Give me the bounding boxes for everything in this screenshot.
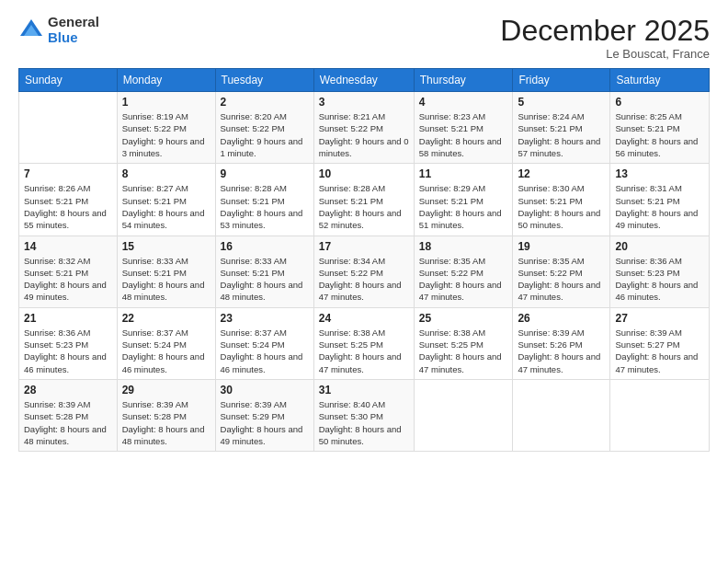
day-info: Sunrise: 8:26 AMSunset: 5:21 PMDaylight:… [24, 182, 112, 231]
calendar-cell: 24 Sunrise: 8:38 AMSunset: 5:25 PMDaylig… [313, 307, 414, 379]
day-info: Sunrise: 8:29 AMSunset: 5:21 PMDaylight:… [419, 182, 508, 231]
day-number: 10 [319, 167, 409, 180]
logo-general: General [48, 15, 99, 30]
calendar-cell: 1 Sunrise: 8:19 AMSunset: 5:22 PMDayligh… [117, 92, 215, 164]
col-monday: Monday [117, 69, 215, 92]
day-number: 12 [518, 167, 605, 180]
page: General Blue December 2025 Le Bouscat, F… [0, 0, 728, 563]
calendar-cell [513, 379, 610, 451]
day-info: Sunrise: 8:20 AMSunset: 5:22 PMDaylight:… [221, 110, 309, 159]
week-row-2: 7 Sunrise: 8:26 AMSunset: 5:21 PMDayligh… [19, 164, 710, 236]
logo-blue: Blue [48, 30, 99, 46]
day-info: Sunrise: 8:27 AMSunset: 5:21 PMDaylight:… [122, 182, 210, 231]
day-number: 5 [518, 96, 605, 109]
calendar-cell: 16 Sunrise: 8:33 AMSunset: 5:21 PMDaylig… [215, 236, 313, 307]
day-number: 6 [615, 96, 704, 109]
calendar-cell [414, 379, 513, 451]
calendar-cell: 15 Sunrise: 8:33 AMSunset: 5:21 PMDaylig… [117, 236, 215, 307]
header-row: Sunday Monday Tuesday Wednesday Thursday… [19, 69, 710, 92]
day-info: Sunrise: 8:35 AMSunset: 5:22 PMDaylight:… [518, 255, 605, 304]
calendar-cell [610, 379, 710, 451]
week-row-3: 14 Sunrise: 8:32 AMSunset: 5:21 PMDaylig… [19, 236, 710, 307]
calendar-cell: 11 Sunrise: 8:29 AMSunset: 5:21 PMDaylig… [414, 164, 513, 236]
calendar-cell: 5 Sunrise: 8:24 AMSunset: 5:21 PMDayligh… [513, 92, 610, 164]
day-number: 23 [221, 312, 309, 325]
calendar-cell: 14 Sunrise: 8:32 AMSunset: 5:21 PMDaylig… [19, 236, 118, 307]
calendar-cell: 9 Sunrise: 8:28 AMSunset: 5:21 PMDayligh… [215, 164, 313, 236]
calendar-cell [19, 92, 118, 164]
calendar-cell: 2 Sunrise: 8:20 AMSunset: 5:22 PMDayligh… [215, 92, 313, 164]
day-number: 25 [419, 312, 508, 325]
calendar-cell: 31 Sunrise: 8:40 AMSunset: 5:30 PMDaylig… [313, 379, 414, 451]
col-friday: Friday [513, 69, 610, 92]
day-info: Sunrise: 8:33 AMSunset: 5:21 PMDaylight:… [122, 255, 210, 304]
calendar-cell: 26 Sunrise: 8:39 AMSunset: 5:26 PMDaylig… [513, 307, 610, 379]
calendar-cell: 20 Sunrise: 8:36 AMSunset: 5:23 PMDaylig… [610, 236, 710, 307]
day-number: 17 [319, 240, 409, 253]
day-number: 15 [122, 240, 210, 253]
day-number: 22 [122, 312, 210, 325]
day-info: Sunrise: 8:36 AMSunset: 5:23 PMDaylight:… [24, 327, 112, 375]
day-info: Sunrise: 8:39 AMSunset: 5:29 PMDaylight:… [221, 398, 309, 447]
calendar-cell: 7 Sunrise: 8:26 AMSunset: 5:21 PMDayligh… [19, 164, 118, 236]
col-wednesday: Wednesday [313, 69, 414, 92]
calendar-cell: 10 Sunrise: 8:28 AMSunset: 5:21 PMDaylig… [313, 164, 414, 236]
calendar-cell: 29 Sunrise: 8:39 AMSunset: 5:28 PMDaylig… [117, 379, 215, 451]
calendar-cell: 22 Sunrise: 8:37 AMSunset: 5:24 PMDaylig… [117, 307, 215, 379]
day-number: 28 [24, 384, 112, 396]
col-thursday: Thursday [414, 69, 513, 92]
day-info: Sunrise: 8:24 AMSunset: 5:21 PMDaylight:… [518, 110, 605, 159]
calendar-cell: 13 Sunrise: 8:31 AMSunset: 5:21 PMDaylig… [610, 164, 710, 236]
day-number: 11 [419, 167, 508, 180]
day-info: Sunrise: 8:38 AMSunset: 5:25 PMDaylight:… [319, 327, 409, 375]
col-tuesday: Tuesday [215, 69, 313, 92]
day-info: Sunrise: 8:39 AMSunset: 5:28 PMDaylight:… [24, 398, 112, 447]
calendar-cell: 4 Sunrise: 8:23 AMSunset: 5:21 PMDayligh… [414, 92, 513, 164]
day-info: Sunrise: 8:35 AMSunset: 5:22 PMDaylight:… [419, 255, 508, 304]
day-number: 24 [319, 312, 409, 325]
calendar-cell: 27 Sunrise: 8:39 AMSunset: 5:27 PMDaylig… [610, 307, 710, 379]
week-row-5: 28 Sunrise: 8:39 AMSunset: 5:28 PMDaylig… [19, 379, 710, 451]
day-info: Sunrise: 8:38 AMSunset: 5:25 PMDaylight:… [419, 327, 508, 375]
logo-icon [18, 17, 44, 43]
calendar-cell: 23 Sunrise: 8:37 AMSunset: 5:24 PMDaylig… [215, 307, 313, 379]
day-info: Sunrise: 8:30 AMSunset: 5:21 PMDaylight:… [518, 182, 605, 231]
day-info: Sunrise: 8:40 AMSunset: 5:30 PMDaylight:… [319, 398, 409, 447]
day-info: Sunrise: 8:28 AMSunset: 5:21 PMDaylight:… [221, 182, 309, 231]
day-info: Sunrise: 8:21 AMSunset: 5:22 PMDaylight:… [319, 110, 409, 159]
title-block: December 2025 Le Bouscat, France [500, 15, 710, 61]
day-info: Sunrise: 8:33 AMSunset: 5:21 PMDaylight:… [221, 255, 309, 304]
day-number: 21 [24, 312, 112, 325]
calendar-cell: 12 Sunrise: 8:30 AMSunset: 5:21 PMDaylig… [513, 164, 610, 236]
day-info: Sunrise: 8:19 AMSunset: 5:22 PMDaylight:… [122, 110, 210, 159]
day-number: 9 [221, 167, 309, 180]
calendar-cell: 19 Sunrise: 8:35 AMSunset: 5:22 PMDaylig… [513, 236, 610, 307]
calendar-cell: 3 Sunrise: 8:21 AMSunset: 5:22 PMDayligh… [313, 92, 414, 164]
calendar-cell: 25 Sunrise: 8:38 AMSunset: 5:25 PMDaylig… [414, 307, 513, 379]
calendar-cell: 8 Sunrise: 8:27 AMSunset: 5:21 PMDayligh… [117, 164, 215, 236]
calendar-cell: 6 Sunrise: 8:25 AMSunset: 5:21 PMDayligh… [610, 92, 710, 164]
day-number: 7 [24, 167, 112, 180]
day-info: Sunrise: 8:39 AMSunset: 5:27 PMDaylight:… [615, 327, 704, 375]
day-info: Sunrise: 8:23 AMSunset: 5:21 PMDaylight:… [419, 110, 508, 159]
col-saturday: Saturday [610, 69, 710, 92]
day-number: 26 [518, 312, 605, 325]
calendar-cell: 17 Sunrise: 8:34 AMSunset: 5:22 PMDaylig… [313, 236, 414, 307]
day-info: Sunrise: 8:36 AMSunset: 5:23 PMDaylight:… [615, 255, 704, 304]
day-info: Sunrise: 8:39 AMSunset: 5:28 PMDaylight:… [122, 398, 210, 447]
calendar-cell: 28 Sunrise: 8:39 AMSunset: 5:28 PMDaylig… [19, 379, 118, 451]
day-info: Sunrise: 8:37 AMSunset: 5:24 PMDaylight:… [221, 327, 309, 375]
day-number: 20 [615, 240, 704, 253]
logo: General Blue [18, 15, 99, 45]
week-row-1: 1 Sunrise: 8:19 AMSunset: 5:22 PMDayligh… [19, 92, 710, 164]
day-number: 16 [221, 240, 309, 253]
day-number: 1 [122, 96, 210, 109]
day-info: Sunrise: 8:32 AMSunset: 5:21 PMDaylight:… [24, 255, 112, 304]
day-number: 8 [122, 167, 210, 180]
logo-text: General Blue [48, 15, 99, 45]
day-info: Sunrise: 8:34 AMSunset: 5:22 PMDaylight:… [319, 255, 409, 304]
day-number: 29 [122, 384, 210, 396]
header: General Blue December 2025 Le Bouscat, F… [18, 15, 710, 61]
calendar-cell: 30 Sunrise: 8:39 AMSunset: 5:29 PMDaylig… [215, 379, 313, 451]
day-info: Sunrise: 8:39 AMSunset: 5:26 PMDaylight:… [518, 327, 605, 375]
